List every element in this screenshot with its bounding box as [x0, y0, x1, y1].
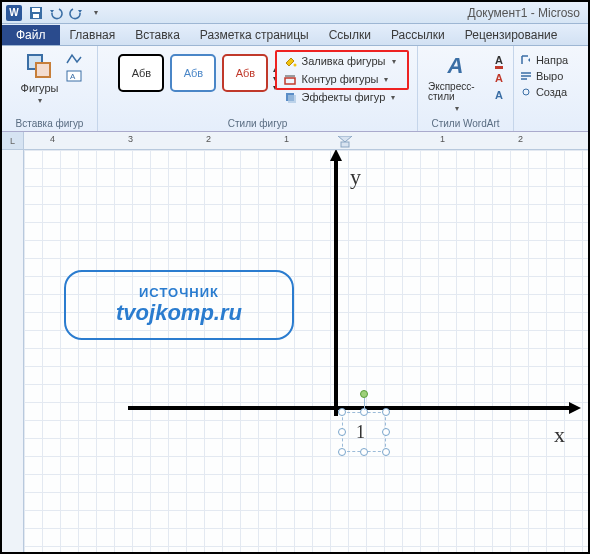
shape-effects-button[interactable]: Эффекты фигур ▾: [279, 88, 399, 106]
y-axis-label: y: [350, 164, 361, 190]
horizontal-ruler[interactable]: L 4 3 2 1 1 2: [2, 132, 588, 150]
rotate-handle[interactable]: [360, 390, 368, 398]
selection-handle[interactable]: [382, 448, 390, 456]
quick-access-toolbar: ▾: [28, 5, 104, 21]
align-text-button[interactable]: Выро: [516, 68, 572, 84]
svg-rect-8: [288, 95, 296, 103]
ruler-corner: L: [2, 132, 24, 150]
tab-insert[interactable]: Вставка: [125, 25, 190, 45]
x-axis-line: [128, 406, 572, 410]
create-link-button[interactable]: Созда: [516, 84, 572, 100]
undo-icon[interactable]: [48, 5, 64, 21]
express-styles-button[interactable]: A Экспресс-стили ▾: [424, 50, 487, 115]
svg-text:A: A: [70, 72, 76, 81]
align-text-label: Выро: [536, 70, 563, 82]
drawing-canvas[interactable]: y x ИСТОЧНИК tvojkomp.ru 1: [24, 150, 588, 552]
shape-outline-label: Контур фигуры: [301, 73, 378, 85]
group-wordart-styles: A Экспресс-стили ▾ A A A Стили WordArt: [418, 46, 514, 131]
source-watermark: ИСТОЧНИК tvojkomp.ru: [64, 270, 294, 340]
pencil-outline-icon: [283, 72, 297, 86]
group-text: Напра Выро Созда: [514, 46, 574, 131]
shape-outline-button[interactable]: Контур фигуры ▾: [279, 70, 399, 88]
style-gallery-up-icon[interactable]: ▴: [273, 65, 277, 74]
express-styles-label: Экспресс-стили: [428, 82, 483, 102]
text-outline-icon[interactable]: A: [491, 71, 507, 85]
chevron-down-icon: ▾: [392, 57, 396, 66]
selection-handle[interactable]: [338, 428, 346, 436]
y-axis-line: [334, 156, 338, 416]
tab-home[interactable]: Главная: [60, 25, 126, 45]
text-box-icon[interactable]: A: [66, 69, 82, 83]
indent-marker-icon[interactable]: [338, 136, 352, 148]
selection-handle[interactable]: [382, 428, 390, 436]
shape-style-3[interactable]: Абв: [222, 54, 268, 92]
group-label-shape-styles: Стили фигур: [98, 118, 417, 129]
selection-handle[interactable]: [360, 448, 368, 456]
chevron-down-icon: ▾: [38, 96, 42, 105]
shape-fill-label: Заливка фигуры: [301, 55, 385, 67]
svg-rect-2: [33, 14, 39, 18]
tab-mailings[interactable]: Рассылки: [381, 25, 455, 45]
tab-references[interactable]: Ссылки: [319, 25, 381, 45]
shape-style-2[interactable]: Абв: [170, 54, 216, 92]
svg-point-5: [294, 64, 297, 67]
shapes-label: Фигуры: [21, 82, 59, 94]
selection-handle[interactable]: [382, 408, 390, 416]
tab-review[interactable]: Рецензирование: [455, 25, 568, 45]
shape-effects-label: Эффекты фигур: [301, 91, 385, 103]
group-label-wordart: Стили WordArt: [418, 118, 513, 129]
group-shape-styles: Абв Абв Абв ▴ ▾ ▾ Заливка фигуры ▾ Конту…: [98, 46, 418, 131]
rotate-stem: [364, 398, 365, 410]
shape-style-1[interactable]: Абв: [118, 54, 164, 92]
text-fill-icon[interactable]: A: [491, 54, 507, 68]
watermark-line2: tvojkomp.ru: [116, 300, 242, 326]
qat-customize-icon[interactable]: ▾: [88, 5, 104, 21]
text-effects-icon[interactable]: A: [491, 88, 507, 102]
save-icon[interactable]: [28, 5, 44, 21]
tab-page-layout[interactable]: Разметка страницы: [190, 25, 319, 45]
x-axis-arrow-icon: [569, 402, 581, 414]
shapes-gallery-button[interactable]: Фигуры ▾: [17, 50, 63, 107]
create-link-label: Созда: [536, 86, 567, 98]
svg-rect-6: [285, 78, 295, 84]
ribbon: Фигуры ▾ A Вставка фигур Абв Абв Абв ▴ ▾…: [2, 46, 588, 132]
chevron-down-icon: ▾: [391, 93, 395, 102]
selection-handle[interactable]: [338, 448, 346, 456]
svg-rect-10: [341, 142, 349, 147]
svg-marker-9: [338, 136, 352, 142]
effects-icon: [283, 90, 297, 104]
style-gallery-down-icon[interactable]: ▾: [273, 74, 277, 83]
vertical-ruler[interactable]: [2, 150, 24, 552]
titlebar: W ▾ Документ1 - Microso: [2, 2, 588, 24]
ribbon-tabs: Файл Главная Вставка Разметка страницы С…: [2, 24, 588, 46]
shapes-icon: [25, 52, 53, 80]
svg-rect-1: [32, 8, 40, 12]
selection-handle[interactable]: [338, 408, 346, 416]
align-icon: [520, 70, 532, 82]
shape-fill-button[interactable]: Заливка фигуры ▾: [279, 52, 399, 70]
group-label-insert-shapes: Вставка фигур: [2, 118, 97, 129]
y-axis-arrow-icon: [330, 150, 342, 161]
fill-bucket-icon: [283, 54, 297, 68]
textbox-value: 1: [356, 422, 365, 443]
link-icon: [520, 86, 532, 98]
redo-icon[interactable]: [68, 5, 84, 21]
text-direction-button[interactable]: Напра: [516, 52, 572, 68]
chevron-down-icon: ▾: [455, 104, 459, 113]
style-gallery-more-icon[interactable]: ▾: [273, 83, 277, 92]
group-insert-shapes: Фигуры ▾ A Вставка фигур: [2, 46, 98, 131]
wordart-a-icon: A: [442, 52, 470, 80]
text-direction-label: Напра: [536, 54, 568, 66]
watermark-line1: ИСТОЧНИК: [139, 285, 219, 300]
word-app-icon: W: [6, 5, 22, 21]
document-area: y x ИСТОЧНИК tvojkomp.ru 1: [2, 150, 588, 552]
tab-file[interactable]: Файл: [2, 25, 60, 45]
chevron-down-icon: ▾: [384, 75, 388, 84]
x-axis-label: x: [554, 422, 565, 448]
edit-shape-icon[interactable]: [66, 52, 82, 66]
window-title: Документ1 - Microso: [104, 6, 584, 20]
text-direction-icon: [520, 54, 532, 66]
